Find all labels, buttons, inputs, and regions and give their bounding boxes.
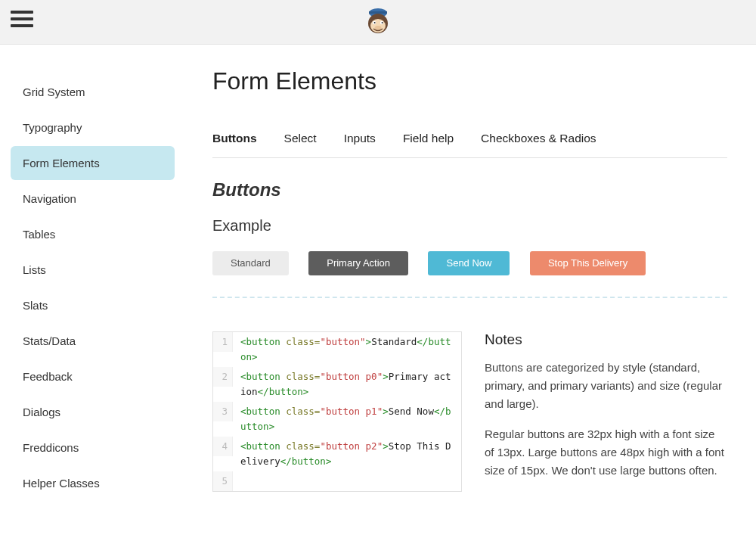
tab-checkboxes-radios[interactable]: Checkboxes & Radios <box>481 132 596 145</box>
sidebar-item-navigation[interactable]: Navigation <box>11 182 175 216</box>
svg-point-6 <box>374 22 376 23</box>
tab-field-help[interactable]: Field help <box>403 132 454 145</box>
code-line: <button class="button p0">Primary action… <box>233 367 461 402</box>
primary-action-button[interactable]: Primary Action <box>308 251 408 275</box>
top-bar <box>0 0 756 45</box>
code-line-number: 2 <box>213 367 233 387</box>
dashed-divider <box>212 297 727 298</box>
sidebar-item-typography[interactable]: Typography <box>11 110 175 145</box>
code-line: <button class="button">Standard</button> <box>233 332 461 367</box>
notes-paragraph: Buttons are categorized by style (standa… <box>485 359 727 413</box>
svg-rect-1 <box>369 11 387 14</box>
notes-panel: Notes Buttons are categorized by style (… <box>485 331 727 492</box>
tab-select[interactable]: Select <box>284 132 317 145</box>
example-label: Example <box>212 217 727 235</box>
code-line-number: 1 <box>213 332 233 352</box>
svg-point-7 <box>382 22 383 23</box>
sidebar-item-form-elements[interactable]: Form Elements <box>11 146 175 180</box>
tab-buttons[interactable]: Buttons <box>212 132 257 145</box>
section-tabs: ButtonsSelectInputsField helpCheckboxes … <box>212 132 727 158</box>
sidebar-item-freddicons[interactable]: Freddicons <box>11 431 175 465</box>
sidebar-item-dialogs[interactable]: Dialogs <box>11 395 175 429</box>
sidebar-item-lists[interactable]: Lists <box>11 253 175 287</box>
stop-delivery-button[interactable]: Stop This Delivery <box>530 251 646 275</box>
code-line-number: 3 <box>213 402 233 421</box>
code-line-number: 4 <box>213 437 233 456</box>
freddie-logo <box>363 5 393 39</box>
notes-paragraph: Regular buttons are 32px high with a fon… <box>485 425 727 480</box>
code-example: 1<button class="button">Standard</button… <box>212 331 462 492</box>
code-line-number: 5 <box>213 471 233 491</box>
send-now-button[interactable]: Send Now <box>428 251 510 275</box>
example-buttons-row: Standard Primary Action Send Now Stop Th… <box>212 251 727 297</box>
sidebar-item-helper-classes[interactable]: Helper Classes <box>11 466 175 500</box>
sidebar-item-grid-system[interactable]: Grid System <box>11 75 175 109</box>
code-line <box>233 471 461 476</box>
section-heading: Buttons <box>212 179 727 201</box>
sidebar-item-stats-data[interactable]: Stats/Data <box>11 324 175 358</box>
notes-heading: Notes <box>485 331 727 348</box>
code-line: <button class="button p2">Stop This Deli… <box>233 437 461 471</box>
sidebar-nav: Grid SystemTypographyForm ElementsNaviga… <box>0 45 185 502</box>
sidebar-item-slats[interactable]: Slats <box>11 288 175 322</box>
sidebar-item-feedback[interactable]: Feedback <box>11 359 175 393</box>
standard-button[interactable]: Standard <box>212 251 289 275</box>
page-title: Form Elements <box>212 67 727 95</box>
code-line: <button class="button p1">Send Now</butt… <box>233 402 461 437</box>
sidebar-item-tables[interactable]: Tables <box>11 217 175 251</box>
menu-icon[interactable] <box>11 11 33 29</box>
tab-inputs[interactable]: Inputs <box>344 132 376 145</box>
main-content: Form Elements ButtonsSelectInputsField h… <box>185 45 756 502</box>
